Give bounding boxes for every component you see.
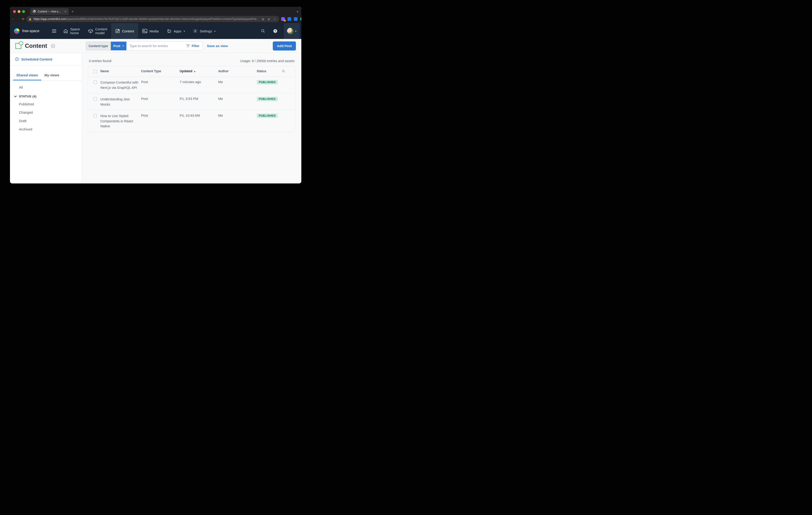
url-text: https://app.contentful.com/spaces/0sdt66…: [33, 18, 259, 21]
tab-my-views[interactable]: My views: [41, 70, 62, 80]
nav-content-model[interactable]: Contentmodel: [84, 23, 112, 39]
page-title: Content: [25, 42, 47, 49]
extension-icons: 7 ✦ D ⋮: [281, 17, 301, 22]
cell-author: Me: [218, 114, 257, 117]
col-status[interactable]: Status: [257, 69, 282, 73]
add-post-button[interactable]: Add Post: [273, 41, 296, 51]
url-box[interactable]: 🔒 https://app.contentful.com/spaces/0sdt…: [26, 16, 279, 22]
window-maximize-button[interactable]: [22, 10, 25, 13]
sidebar: Scheduled Content Shared views My views …: [10, 53, 82, 183]
tab-overflow-icon[interactable]: ▾: [295, 9, 299, 13]
search-input[interactable]: [126, 44, 183, 48]
chevron-down-icon: ▾: [184, 30, 185, 32]
row-checkbox[interactable]: [93, 81, 97, 84]
status-badge: PUBLISHED: [257, 114, 278, 118]
row-checkbox[interactable]: [93, 97, 97, 101]
clock-icon: [15, 57, 19, 61]
filter-pill-value[interactable]: Post ▾: [111, 42, 126, 50]
chevron-down-icon: ▾: [122, 44, 124, 47]
cell-updated: 7 minutes ago: [180, 80, 218, 84]
col-updated[interactable]: Updated ▴: [180, 69, 218, 73]
save-as-view-button[interactable]: Save as view: [207, 44, 228, 48]
space-menu-icon[interactable]: [52, 29, 56, 33]
brand-cell: free-space: [10, 23, 59, 39]
cell-type: Post: [141, 80, 180, 84]
cell-author: Me: [218, 80, 257, 84]
page-help-icon[interactable]: ?: [51, 44, 55, 48]
nav-forward-button[interactable]: →: [17, 17, 20, 21]
svg-line-8: [263, 31, 265, 33]
view-draft[interactable]: Draft: [10, 117, 82, 125]
view-archived[interactable]: Archived: [10, 125, 82, 133]
nav-back-button[interactable]: ←: [12, 17, 15, 21]
view-changed[interactable]: Changed: [10, 108, 82, 117]
browser-tab[interactable]: Content — free-space — Cont… ✕: [30, 8, 69, 15]
entries-table: Name Content Type Updated ▴ Author Statu…: [88, 66, 295, 132]
tab-close-icon[interactable]: ✕: [64, 10, 66, 13]
browser-window: Content — free-space — Cont… ✕ ＋ ▾ ← → ⟳…: [10, 7, 301, 183]
cell-type: Post: [141, 114, 180, 117]
chevron-down-icon: ▾: [295, 30, 296, 32]
scheduled-content-link[interactable]: Scheduled Content: [10, 53, 82, 65]
table-row[interactable]: How to Use Styled Components in React Na…: [88, 110, 295, 132]
browser-address-bar: ← → ⟳ 🔒 https://app.contentful.com/space…: [10, 15, 301, 23]
filter-pill-label[interactable]: Content type: [86, 42, 111, 50]
nav-content[interactable]: Content: [111, 23, 138, 39]
status-badge: PUBLISHED: [257, 80, 278, 85]
window-controls: [13, 10, 25, 13]
zoom-icon[interactable]: ⊕: [267, 17, 271, 21]
cell-name: How to Use Styled Components in React Na…: [100, 114, 141, 129]
svg-point-15: [283, 71, 284, 71]
table-row[interactable]: Understanding Jest Mocks Post Fri, 3:53 …: [88, 94, 295, 110]
nav-reload-button[interactable]: ⟳: [22, 17, 25, 21]
new-tab-button[interactable]: ＋: [70, 9, 76, 14]
extension-4-icon[interactable]: [300, 17, 301, 21]
view-published[interactable]: Published: [10, 100, 82, 108]
columns-settings-icon[interactable]: [282, 69, 290, 73]
extension-1-icon[interactable]: 7: [281, 17, 285, 21]
chevron-down-icon: ▾: [214, 30, 215, 32]
image-icon: [142, 29, 147, 33]
browser-chrome: Content — free-space — Cont… ✕ ＋ ▾ ← → ⟳…: [10, 7, 301, 23]
meta-row: 3 entries found Usage: 9 / 25000 entries…: [89, 59, 294, 63]
bookmark-star-icon[interactable]: ☆: [273, 17, 277, 21]
filter-button[interactable]: Filter: [183, 44, 203, 48]
select-all-checkbox[interactable]: [93, 70, 97, 73]
cell-updated: Fri, 10:43 AM: [180, 114, 218, 117]
window-close-button[interactable]: [13, 10, 16, 13]
table-row[interactable]: Compose Contentful with Next.js via Grap…: [88, 77, 295, 94]
browser-tabbar: Content — free-space — Cont… ✕ ＋ ▾: [10, 7, 301, 15]
cell-author: Me: [218, 97, 257, 100]
lock-icon: 🔒: [29, 18, 32, 21]
cell-status: PUBLISHED: [257, 97, 282, 101]
col-author[interactable]: Author: [218, 69, 257, 73]
tab-shared-views[interactable]: Shared views: [13, 70, 41, 80]
help-icon[interactable]: ?: [272, 27, 279, 35]
contentful-logo-icon: [14, 28, 20, 34]
window-minimize-button[interactable]: [18, 10, 20, 13]
user-menu[interactable]: ▾: [284, 23, 299, 39]
col-name[interactable]: Name: [100, 69, 141, 73]
view-all[interactable]: All: [10, 83, 82, 91]
search-icon[interactable]: [259, 27, 267, 35]
extension-2-icon[interactable]: [287, 17, 291, 21]
nav-media[interactable]: Media: [138, 23, 163, 39]
app-topnav: free-space Spacehome Contentmodel Conten…: [10, 23, 301, 39]
usage-text: Usage: 9 / 25000 entries and assets: [240, 59, 294, 63]
nav-settings[interactable]: Settings ▾: [189, 23, 220, 39]
chevron-down-icon: [14, 96, 17, 97]
nav-apps[interactable]: Apps ▾: [163, 23, 189, 39]
nav-space-home[interactable]: Spacehome: [59, 23, 84, 39]
row-checkbox[interactable]: [93, 114, 97, 118]
search-filter-box: Content type Post ▾ Filter: [86, 41, 203, 51]
tab-title: Content — free-space — Cont…: [38, 10, 62, 13]
cell-name: Compose Contentful with Next.js via Grap…: [100, 80, 141, 90]
cell-name: Understanding Jest Mocks: [100, 97, 141, 107]
home-icon: [63, 29, 68, 33]
translate-icon[interactable]: ⊞: [261, 17, 265, 21]
extension-3-icon[interactable]: [294, 17, 298, 21]
status-folder-header[interactable]: STATUS (4): [10, 91, 82, 100]
pen-square-icon: [115, 29, 120, 33]
col-type[interactable]: Content Type: [141, 69, 180, 73]
gear-icon: [193, 29, 198, 33]
